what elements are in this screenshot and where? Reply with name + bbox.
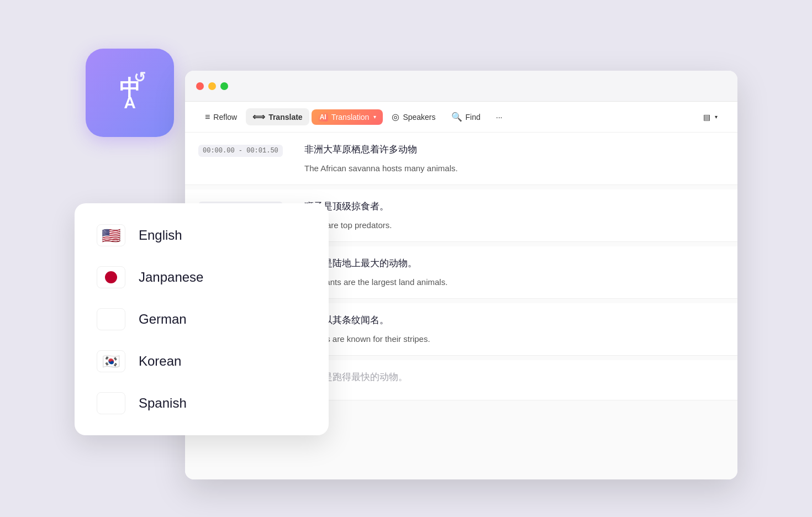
english-text: Lions are top predators. [304, 219, 724, 232]
reflow-icon: ≡ [205, 112, 210, 122]
language-item-japanese[interactable]: Janpanese [75, 256, 329, 298]
lang-name-spanish: Spanish [139, 395, 187, 411]
find-icon: 🔍 [451, 112, 462, 122]
speakers-button[interactable]: ◎ Speakers [385, 108, 442, 125]
speakers-icon: ◎ [392, 112, 399, 122]
english-text: The African savanna hosts many animals. [304, 162, 724, 175]
find-label: Find [466, 113, 481, 122]
flag-japanese [97, 266, 125, 288]
find-button[interactable]: 🔍 Find [445, 108, 487, 125]
flag-korean: 🇰🇷 [97, 350, 125, 372]
app-icon-label: 中 ↺ A [119, 73, 140, 112]
translation-dropdown-arrow: ▾ [373, 114, 376, 120]
subtitle-row: 00:00.00 - 00:01.50 非洲大草原栖息着许多动物 The Afr… [185, 133, 737, 185]
english-text: Zebras are known for their stripes. [304, 333, 724, 346]
translate-button[interactable]: ⟺ Translate [246, 108, 309, 125]
text-col: 斑马以其条纹闻名。 Zebras are known for their str… [296, 303, 737, 355]
translation-icon: AI [318, 113, 328, 122]
flag-german [97, 308, 125, 330]
minimize-button[interactable] [208, 82, 216, 90]
chinese-text: 斑马以其条纹闻名。 [304, 313, 724, 328]
lang-name-japanese: Janpanese [139, 270, 203, 285]
text-col: 狮子是顶级掠食者。 Lions are top predators. [296, 189, 737, 241]
language-item-spanish[interactable]: Spanish [75, 382, 329, 424]
chinese-text: 非洲大草原栖息着许多动物 [304, 143, 724, 157]
text-col: 大象是陆地上最大的动物。 Elephants are the largest l… [296, 246, 737, 298]
layout-dropdown-arrow: ▾ [715, 114, 718, 120]
language-item-korean[interactable]: 🇰🇷 Korean [75, 340, 329, 382]
maximize-button[interactable] [220, 82, 228, 90]
close-button[interactable] [196, 82, 204, 90]
more-label: ··· [496, 113, 503, 122]
lang-name-english: English [139, 228, 182, 243]
language-item-german[interactable]: German [75, 298, 329, 340]
text-col: 猎豹是跑得最快的动物。 [296, 360, 737, 400]
translate-label: Translate [268, 113, 302, 122]
toolbar: ≡ Reflow ⟺ Translate AI Translation ▾ ◎ … [185, 102, 737, 133]
chinese-text: 大象是陆地上最大的动物。 [304, 256, 724, 271]
translate-icon: ⟺ [252, 112, 265, 122]
text-col: 非洲大草原栖息着许多动物 The African savanna hosts m… [296, 133, 737, 184]
language-panel: 🇺🇸 English Janpanese German 🇰🇷 [75, 203, 329, 435]
time-badge: 00:00.00 - 00:01.50 [198, 145, 283, 157]
lang-name-korean: Korean [139, 354, 181, 369]
chinese-text: 狮子是顶级掠食者。 [304, 199, 724, 214]
reflow-label: Reflow [213, 113, 237, 122]
layout-button[interactable]: ▤ ▾ [697, 109, 724, 125]
window-chrome [185, 71, 737, 102]
more-button[interactable]: ··· [489, 109, 509, 125]
translation-label: Translation [331, 113, 370, 122]
english-text: Elephants are the largest land animals. [304, 276, 724, 289]
time-col: 00:00.00 - 00:01.50 [185, 133, 296, 184]
translation-button[interactable]: AI Translation ▾ [312, 109, 383, 125]
traffic-lights [196, 82, 228, 90]
lang-name-german: German [139, 312, 187, 327]
reflow-button[interactable]: ≡ Reflow [198, 109, 244, 125]
speakers-label: Speakers [403, 113, 435, 122]
language-item-english[interactable]: 🇺🇸 English [75, 214, 329, 256]
flag-english: 🇺🇸 [97, 224, 125, 246]
jp-circle [105, 271, 117, 283]
flag-spanish [97, 392, 125, 414]
chinese-text: 猎豹是跑得最快的动物。 [304, 370, 724, 384]
app-icon: 中 ↺ A [86, 49, 174, 137]
layout-icon: ▤ [703, 113, 710, 122]
